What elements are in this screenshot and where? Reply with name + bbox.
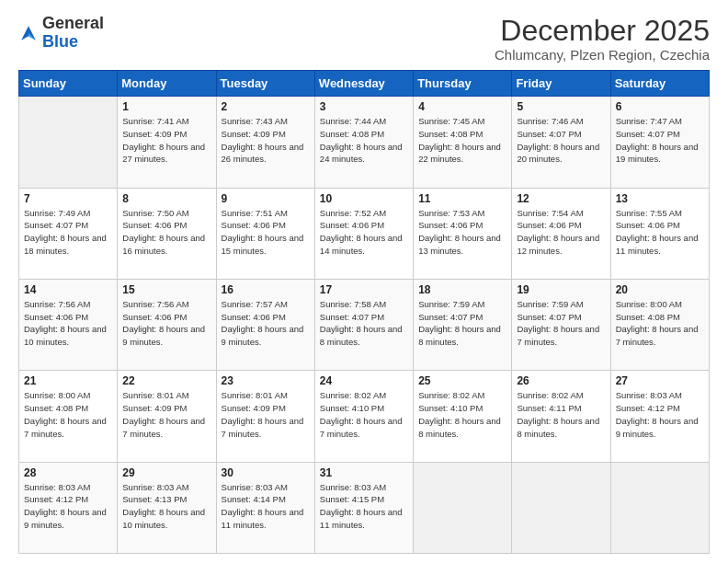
calendar-day-cell: 26Sunrise: 8:02 AMSunset: 4:11 PMDayligh… xyxy=(512,371,610,462)
day-number: 22 xyxy=(122,374,210,387)
calendar-day-cell xyxy=(610,462,709,553)
logo-icon xyxy=(18,23,39,43)
day-info: Sunrise: 7:53 AMSunset: 4:06 PMDaylight:… xyxy=(418,207,506,258)
day-info: Sunrise: 7:54 AMSunset: 4:06 PMDaylight:… xyxy=(517,207,605,258)
calendar-week-row: 1Sunrise: 7:41 AMSunset: 4:09 PMDaylight… xyxy=(19,97,710,188)
day-info: Sunrise: 8:00 AMSunset: 4:08 PMDaylight:… xyxy=(24,389,112,440)
day-info: Sunrise: 8:01 AMSunset: 4:09 PMDaylight:… xyxy=(222,389,310,440)
day-info: Sunrise: 8:02 AMSunset: 4:11 PMDaylight:… xyxy=(517,389,605,440)
calendar-day-cell: 3Sunrise: 7:44 AMSunset: 4:08 PMDaylight… xyxy=(314,97,413,188)
calendar-day-cell xyxy=(512,462,610,553)
day-info: Sunrise: 8:03 AMSunset: 4:15 PMDaylight:… xyxy=(320,481,408,532)
day-number: 12 xyxy=(517,192,605,205)
calendar-day-cell: 15Sunrise: 7:56 AMSunset: 4:06 PMDayligh… xyxy=(118,279,216,370)
day-number: 20 xyxy=(616,283,704,296)
calendar-day-cell: 25Sunrise: 8:02 AMSunset: 4:10 PMDayligh… xyxy=(414,371,512,462)
top-section: General Blue December 2025 Chlumcany, Pl… xyxy=(18,15,710,63)
day-info: Sunrise: 7:59 AMSunset: 4:07 PMDaylight:… xyxy=(418,298,506,349)
main-title: December 2025 xyxy=(495,15,710,47)
calendar-day-cell: 20Sunrise: 8:00 AMSunset: 4:08 PMDayligh… xyxy=(610,279,709,370)
day-info: Sunrise: 8:02 AMSunset: 4:10 PMDaylight:… xyxy=(418,389,506,440)
calendar-header-cell: Tuesday xyxy=(216,71,314,97)
day-number: 1 xyxy=(122,100,210,113)
calendar-day-cell: 21Sunrise: 8:00 AMSunset: 4:08 PMDayligh… xyxy=(19,371,118,462)
logo-text: General Blue xyxy=(42,15,104,52)
calendar-day-cell: 12Sunrise: 7:54 AMSunset: 4:06 PMDayligh… xyxy=(512,188,610,279)
day-info: Sunrise: 7:57 AMSunset: 4:06 PMDaylight:… xyxy=(222,298,310,349)
calendar-day-cell: 8Sunrise: 7:50 AMSunset: 4:06 PMDaylight… xyxy=(118,188,216,279)
title-section: December 2025 Chlumcany, Plzen Region, C… xyxy=(495,15,710,63)
day-number: 2 xyxy=(222,100,310,113)
day-info: Sunrise: 8:01 AMSunset: 4:09 PMDaylight:… xyxy=(122,389,210,440)
logo: General Blue xyxy=(18,15,104,52)
calendar-day-cell xyxy=(414,462,512,553)
calendar-day-cell: 10Sunrise: 7:52 AMSunset: 4:06 PMDayligh… xyxy=(314,188,413,279)
day-info: Sunrise: 7:43 AMSunset: 4:09 PMDaylight:… xyxy=(222,115,310,166)
day-info: Sunrise: 7:56 AMSunset: 4:06 PMDaylight:… xyxy=(122,298,210,349)
day-info: Sunrise: 8:03 AMSunset: 4:13 PMDaylight:… xyxy=(122,481,210,532)
calendar-day-cell: 30Sunrise: 8:03 AMSunset: 4:14 PMDayligh… xyxy=(216,462,314,553)
day-info: Sunrise: 8:03 AMSunset: 4:12 PMDaylight:… xyxy=(24,481,112,532)
calendar-day-cell: 11Sunrise: 7:53 AMSunset: 4:06 PMDayligh… xyxy=(414,188,512,279)
day-info: Sunrise: 7:59 AMSunset: 4:07 PMDaylight:… xyxy=(517,298,605,349)
day-info: Sunrise: 7:47 AMSunset: 4:07 PMDaylight:… xyxy=(616,115,704,166)
day-info: Sunrise: 7:52 AMSunset: 4:06 PMDaylight:… xyxy=(320,207,408,258)
day-number: 11 xyxy=(418,192,506,205)
day-info: Sunrise: 7:55 AMSunset: 4:06 PMDaylight:… xyxy=(616,207,704,258)
calendar-day-cell: 29Sunrise: 8:03 AMSunset: 4:13 PMDayligh… xyxy=(118,462,216,553)
day-number: 23 xyxy=(222,374,310,387)
calendar-day-cell: 23Sunrise: 8:01 AMSunset: 4:09 PMDayligh… xyxy=(216,371,314,462)
calendar-day-cell: 27Sunrise: 8:03 AMSunset: 4:12 PMDayligh… xyxy=(610,371,709,462)
calendar-header-cell: Saturday xyxy=(610,71,709,97)
calendar-week-row: 7Sunrise: 7:49 AMSunset: 4:07 PMDaylight… xyxy=(19,188,710,279)
calendar-day-cell: 22Sunrise: 8:01 AMSunset: 4:09 PMDayligh… xyxy=(118,371,216,462)
calendar-day-cell: 6Sunrise: 7:47 AMSunset: 4:07 PMDaylight… xyxy=(610,97,709,188)
calendar-header-cell: Wednesday xyxy=(314,71,413,97)
calendar-day-cell: 7Sunrise: 7:49 AMSunset: 4:07 PMDaylight… xyxy=(19,188,118,279)
day-number: 14 xyxy=(24,283,112,296)
logo-line2: Blue xyxy=(42,33,104,52)
subtitle: Chlumcany, Plzen Region, Czechia xyxy=(495,47,710,63)
day-info: Sunrise: 7:45 AMSunset: 4:08 PMDaylight:… xyxy=(418,115,506,166)
day-info: Sunrise: 7:41 AMSunset: 4:09 PMDaylight:… xyxy=(122,115,210,166)
calendar-day-cell: 13Sunrise: 7:55 AMSunset: 4:06 PMDayligh… xyxy=(610,188,709,279)
day-number: 24 xyxy=(320,374,408,387)
day-number: 21 xyxy=(24,374,112,387)
day-info: Sunrise: 7:50 AMSunset: 4:06 PMDaylight:… xyxy=(122,207,210,258)
day-number: 28 xyxy=(24,466,112,479)
day-number: 31 xyxy=(320,466,408,479)
day-number: 9 xyxy=(222,192,310,205)
day-info: Sunrise: 7:44 AMSunset: 4:08 PMDaylight:… xyxy=(320,115,408,166)
calendar-day-cell: 5Sunrise: 7:46 AMSunset: 4:07 PMDaylight… xyxy=(512,97,610,188)
day-info: Sunrise: 8:03 AMSunset: 4:14 PMDaylight:… xyxy=(222,481,310,532)
day-number: 8 xyxy=(122,192,210,205)
calendar-day-cell: 4Sunrise: 7:45 AMSunset: 4:08 PMDaylight… xyxy=(414,97,512,188)
calendar-header-cell: Sunday xyxy=(19,71,118,97)
day-number: 16 xyxy=(222,283,310,296)
day-number: 10 xyxy=(320,192,408,205)
day-info: Sunrise: 7:49 AMSunset: 4:07 PMDaylight:… xyxy=(24,207,112,258)
page: General Blue December 2025 Chlumcany, Pl… xyxy=(0,0,728,563)
calendar-week-row: 28Sunrise: 8:03 AMSunset: 4:12 PMDayligh… xyxy=(19,462,710,553)
day-info: Sunrise: 7:51 AMSunset: 4:06 PMDaylight:… xyxy=(222,207,310,258)
day-number: 27 xyxy=(616,374,704,387)
day-info: Sunrise: 8:00 AMSunset: 4:08 PMDaylight:… xyxy=(616,298,704,349)
calendar-header-row: SundayMondayTuesdayWednesdayThursdayFrid… xyxy=(19,71,710,97)
calendar-day-cell: 14Sunrise: 7:56 AMSunset: 4:06 PMDayligh… xyxy=(19,279,118,370)
day-number: 7 xyxy=(24,192,112,205)
calendar-day-cell: 9Sunrise: 7:51 AMSunset: 4:06 PMDaylight… xyxy=(216,188,314,279)
calendar-day-cell: 31Sunrise: 8:03 AMSunset: 4:15 PMDayligh… xyxy=(314,462,413,553)
day-number: 19 xyxy=(517,283,605,296)
day-number: 25 xyxy=(418,374,506,387)
calendar-day-cell: 1Sunrise: 7:41 AMSunset: 4:09 PMDaylight… xyxy=(118,97,216,188)
calendar-week-row: 14Sunrise: 7:56 AMSunset: 4:06 PMDayligh… xyxy=(19,279,710,370)
day-info: Sunrise: 8:03 AMSunset: 4:12 PMDaylight:… xyxy=(616,389,704,440)
calendar-day-cell: 18Sunrise: 7:59 AMSunset: 4:07 PMDayligh… xyxy=(414,279,512,370)
calendar-week-row: 21Sunrise: 8:00 AMSunset: 4:08 PMDayligh… xyxy=(19,371,710,462)
day-info: Sunrise: 7:46 AMSunset: 4:07 PMDaylight:… xyxy=(517,115,605,166)
day-number: 17 xyxy=(320,283,408,296)
calendar-header-cell: Monday xyxy=(118,71,216,97)
day-number: 26 xyxy=(517,374,605,387)
calendar-day-cell: 19Sunrise: 7:59 AMSunset: 4:07 PMDayligh… xyxy=(512,279,610,370)
calendar-day-cell: 28Sunrise: 8:03 AMSunset: 4:12 PMDayligh… xyxy=(19,462,118,553)
